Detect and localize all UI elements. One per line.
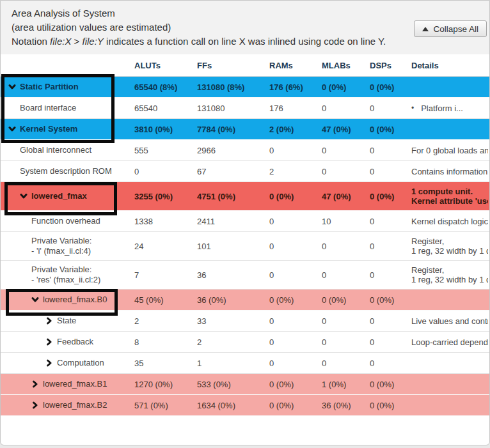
table-row[interactable]: Function overhead133824110100Kernel disp…	[1, 211, 489, 232]
chevron-right-icon[interactable]	[45, 338, 53, 346]
row-name-cell: lowered_fmax.B0	[31, 290, 107, 310]
chevron-right-icon[interactable]	[31, 401, 39, 409]
cell-mlabs: 47 (0%)	[322, 182, 351, 210]
table-row[interactable]: Board interface6554013108017600•Platform…	[1, 98, 489, 119]
cell-details: Register,1 reg, 32 width by 1 d...	[411, 261, 488, 289]
cell-rams: 2	[269, 161, 274, 182]
cell-aluts: 7	[134, 261, 139, 289]
notation-suffix: indicates a function call on line X was …	[104, 36, 386, 47]
cell-rams: 0 (0%)	[269, 374, 294, 394]
notation-file-x: file:X	[50, 36, 71, 47]
collapse-all-label: Collapse All	[433, 24, 478, 34]
row-name-cell: lowered_fmax.B2	[31, 395, 107, 415]
cell-dsps: 0	[370, 211, 374, 231]
cell-dsps: 0	[370, 332, 374, 352]
cell-dsps: 0	[370, 161, 374, 182]
cell-mlabs: 0	[322, 311, 326, 331]
cell-ffs: 2	[197, 332, 202, 352]
cell-mlabs: 0	[322, 140, 326, 160]
table-row[interactable]: Private Variable:- 'res' (fmax_ii.cl:2)7…	[1, 261, 489, 290]
page: Area Analysis of System (area utilizatio…	[0, 0, 490, 448]
cell-ffs: 131080 (8%)	[197, 77, 244, 97]
cell-aluts: 3255 (0%)	[134, 182, 173, 210]
cell-aluts: 24	[134, 232, 143, 260]
table-row[interactable]: lowered_fmax3255 (0%)4751 (0%)0 (0%)47 (…	[1, 182, 489, 211]
row-label: Feedback	[57, 337, 93, 347]
cell-details: For 0 global loads an...	[411, 140, 488, 160]
chevron-down-icon[interactable]	[8, 125, 16, 133]
row-label: Global interconnect	[20, 145, 91, 155]
cell-ffs: 67	[197, 161, 206, 182]
table-row[interactable]: Computation351000	[1, 353, 489, 374]
cell-aluts: 3810 (0%)	[134, 119, 173, 139]
cell-dsps: 0 (0%)	[370, 182, 394, 210]
report-header: Area Analysis of System (area utilizatio…	[1, 1, 489, 56]
cell-rams: 0	[269, 332, 274, 352]
cell-mlabs: 1 (0%)	[322, 374, 346, 394]
table-row[interactable]: Feedback82000Loop-carried depend...	[1, 332, 489, 353]
collapse-all-button[interactable]: Collapse All	[414, 20, 487, 37]
cell-ffs: 2411	[197, 211, 215, 231]
row-label: State	[57, 316, 76, 326]
cell-dsps: 0	[370, 232, 374, 260]
table-row[interactable]: Static Partition65540 (8%)131080 (8%)176…	[1, 77, 489, 98]
table-row[interactable]: Global interconnect5552966000For 0 globa…	[1, 140, 489, 161]
table-row[interactable]: Kernel System3810 (0%)7784 (0%)2 (0%)47 …	[1, 119, 489, 140]
row-label: lowered_fmax.B1	[43, 379, 107, 389]
cell-aluts: 0	[134, 161, 139, 182]
row-label: Static Partition	[20, 82, 79, 92]
notation-file-y: file:Y	[83, 36, 104, 47]
cell-ffs: 131080	[197, 98, 225, 118]
row-name-cell: Feedback	[45, 332, 93, 352]
row-name-cell: Static Partition	[8, 77, 79, 97]
cell-details: •Platform i...	[411, 98, 488, 118]
cell-rams: 0 (0%)	[269, 182, 294, 210]
notation-prefix: Notation	[12, 36, 50, 47]
column-header-ffs: FFs	[197, 56, 212, 76]
cell-ffs: 2966	[197, 140, 216, 160]
cell-dsps: 0 (0%)	[370, 374, 394, 394]
chevron-right-icon[interactable]	[31, 380, 39, 388]
table-row[interactable]: lowered_fmax.B2571 (0%)1634 (0%)0 (0%)36…	[1, 395, 489, 416]
chevron-down-icon[interactable]	[31, 296, 39, 304]
notation-line: Notation file:X > file:Y indicates a fun…	[12, 35, 483, 49]
cell-ffs: 7784 (0%)	[197, 119, 235, 139]
chevron-down-icon[interactable]	[20, 192, 28, 200]
area-report-panel: Area Analysis of System (area utilizatio…	[0, 0, 490, 445]
chevron-down-icon[interactable]	[8, 83, 16, 91]
cell-ffs: 1634 (0%)	[197, 395, 235, 415]
row-label: Kernel System	[20, 124, 77, 134]
cell-aluts: 35	[134, 353, 143, 373]
cell-rams: 0 (0%)	[269, 395, 294, 415]
notation-mid: >	[71, 36, 82, 47]
cell-rams: 0	[269, 353, 274, 373]
cell-details: 1 compute unit.Kernel attribute 'use...	[411, 182, 488, 210]
chevron-right-icon[interactable]	[45, 359, 53, 367]
row-label: System description ROM	[20, 166, 112, 176]
column-header-rams: RAMs	[269, 56, 293, 76]
cell-dsps: 0	[370, 311, 374, 331]
cell-aluts: 65540	[134, 98, 157, 118]
column-header-dsps: DSPs	[370, 56, 391, 76]
cell-aluts: 1270 (0%)	[134, 374, 173, 394]
table-body: Static Partition65540 (8%)131080 (8%)176…	[1, 77, 489, 416]
cell-mlabs: 0	[322, 98, 326, 118]
cell-details: Contains information ...	[411, 161, 488, 182]
table-row[interactable]: lowered_fmax.B045 (0%)36 (0%)0 (0%)0 (0%…	[1, 290, 489, 311]
row-name-cell: Global interconnect	[20, 140, 91, 160]
table-row[interactable]: System description ROM067200Contains inf…	[1, 161, 489, 182]
chevron-right-icon[interactable]	[45, 317, 53, 325]
page-subtitle: (area utilization values are estimated)	[12, 20, 483, 35]
cell-rams: 176	[269, 98, 283, 118]
cell-ffs: 4751 (0%)	[197, 182, 235, 210]
column-header-aluts: ALUTs	[134, 56, 161, 76]
row-label: lowered_fmax.B2	[43, 400, 107, 410]
row-label: Function overhead	[31, 216, 100, 226]
cell-mlabs: 0	[322, 161, 326, 182]
table-row[interactable]: lowered_fmax.B11270 (0%)533 (0%)0 (0%)1 …	[1, 374, 489, 395]
table-row[interactable]: State233000Live values and contr...	[1, 311, 489, 332]
cell-dsps: 0	[370, 98, 374, 118]
row-name-cell: State	[45, 311, 76, 331]
table-header-row: ALUTs FFs RAMs MLABs DSPs Details	[1, 56, 489, 77]
table-row[interactable]: Private Variable:- 'i' (fmax_ii.cl:4)241…	[1, 232, 489, 261]
